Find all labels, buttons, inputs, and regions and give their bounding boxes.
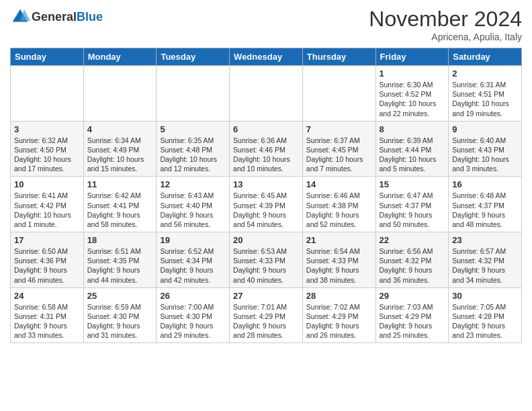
header-monday: Monday <box>83 48 157 66</box>
calendar-week-3: 10Sunrise: 6:41 AM Sunset: 4:42 PM Dayli… <box>11 177 522 232</box>
title-area: November 2024 Apricena, Apulia, Italy <box>369 7 522 42</box>
day-number: 10 <box>14 179 80 189</box>
calendar-cell: 20Sunrise: 6:53 AM Sunset: 4:33 PM Dayli… <box>230 232 303 288</box>
day-number: 20 <box>233 235 299 245</box>
header-thursday: Thursday <box>302 48 375 66</box>
calendar-cell: 15Sunrise: 6:47 AM Sunset: 4:37 PM Dayli… <box>375 177 449 232</box>
day-number: 26 <box>160 291 226 301</box>
calendar-cell: 19Sunrise: 6:52 AM Sunset: 4:34 PM Dayli… <box>157 232 230 288</box>
calendar-cell: 28Sunrise: 7:02 AM Sunset: 4:29 PM Dayli… <box>302 287 375 343</box>
day-info: Sunrise: 7:03 AM Sunset: 4:29 PM Dayligh… <box>380 302 445 340</box>
day-info: Sunrise: 7:00 AM Sunset: 4:30 PM Dayligh… <box>160 302 226 340</box>
day-info: Sunrise: 6:35 AM Sunset: 4:48 PM Dayligh… <box>160 136 226 174</box>
day-number: 21 <box>306 235 372 245</box>
day-number: 18 <box>87 235 153 245</box>
day-info: Sunrise: 6:45 AM Sunset: 4:39 PM Dayligh… <box>233 191 299 229</box>
page-container: GeneralBlue November 2024 Apricena, Apul… <box>0 0 532 350</box>
calendar-body: 1Sunrise: 6:30 AM Sunset: 4:52 PM Daylig… <box>11 66 522 343</box>
day-number: 6 <box>233 124 299 134</box>
day-number: 17 <box>14 235 80 245</box>
day-number: 23 <box>452 235 518 245</box>
day-number: 28 <box>306 291 372 301</box>
calendar-cell: 25Sunrise: 6:59 AM Sunset: 4:30 PM Dayli… <box>83 287 157 343</box>
day-number: 5 <box>160 124 226 134</box>
day-number: 8 <box>380 124 445 134</box>
header-saturday: Saturday <box>449 48 522 66</box>
header-friday: Friday <box>375 48 449 66</box>
calendar-cell: 30Sunrise: 7:05 AM Sunset: 4:28 PM Dayli… <box>449 287 522 343</box>
day-info: Sunrise: 6:48 AM Sunset: 4:37 PM Dayligh… <box>452 191 518 229</box>
day-number: 9 <box>452 124 518 134</box>
day-info: Sunrise: 6:59 AM Sunset: 4:30 PM Dayligh… <box>87 302 153 340</box>
calendar-cell: 27Sunrise: 7:01 AM Sunset: 4:29 PM Dayli… <box>230 287 303 343</box>
logo-text: GeneralBlue <box>32 10 103 24</box>
calendar-cell: 2Sunrise: 6:31 AM Sunset: 4:51 PM Daylig… <box>449 66 522 122</box>
day-info: Sunrise: 7:02 AM Sunset: 4:29 PM Dayligh… <box>306 302 372 340</box>
day-info: Sunrise: 6:52 AM Sunset: 4:34 PM Dayligh… <box>160 246 226 285</box>
day-info: Sunrise: 6:34 AM Sunset: 4:49 PM Dayligh… <box>87 136 153 174</box>
logo-icon <box>10 7 30 27</box>
calendar-cell: 10Sunrise: 6:41 AM Sunset: 4:42 PM Dayli… <box>11 177 84 232</box>
day-number: 24 <box>14 291 80 301</box>
header-wednesday: Wednesday <box>230 48 303 66</box>
calendar-cell: 6Sunrise: 6:36 AM Sunset: 4:46 PM Daylig… <box>230 121 303 177</box>
calendar-cell: 17Sunrise: 6:50 AM Sunset: 4:36 PM Dayli… <box>11 232 84 288</box>
calendar-header: Sunday Monday Tuesday Wednesday Thursday… <box>11 48 522 66</box>
calendar-cell: 9Sunrise: 6:40 AM Sunset: 4:43 PM Daylig… <box>449 121 522 177</box>
day-info: Sunrise: 6:47 AM Sunset: 4:37 PM Dayligh… <box>380 191 445 229</box>
calendar-week-5: 24Sunrise: 6:58 AM Sunset: 4:31 PM Dayli… <box>11 287 522 343</box>
day-info: Sunrise: 6:46 AM Sunset: 4:38 PM Dayligh… <box>306 191 372 229</box>
page-header: GeneralBlue November 2024 Apricena, Apul… <box>10 7 522 42</box>
calendar-cell <box>157 66 230 122</box>
calendar-week-1: 1Sunrise: 6:30 AM Sunset: 4:52 PM Daylig… <box>11 66 522 122</box>
day-number: 25 <box>87 291 153 301</box>
calendar-cell <box>11 66 84 122</box>
day-number: 19 <box>160 235 226 245</box>
calendar-cell: 14Sunrise: 6:46 AM Sunset: 4:38 PM Dayli… <box>302 177 375 232</box>
calendar-cell: 1Sunrise: 6:30 AM Sunset: 4:52 PM Daylig… <box>375 66 449 122</box>
header-sunday: Sunday <box>11 48 84 66</box>
day-info: Sunrise: 6:57 AM Sunset: 4:32 PM Dayligh… <box>452 246 518 285</box>
calendar-cell: 7Sunrise: 6:37 AM Sunset: 4:45 PM Daylig… <box>302 121 375 177</box>
calendar-cell: 26Sunrise: 7:00 AM Sunset: 4:30 PM Dayli… <box>157 287 230 343</box>
day-info: Sunrise: 6:50 AM Sunset: 4:36 PM Dayligh… <box>14 246 80 285</box>
day-info: Sunrise: 6:54 AM Sunset: 4:33 PM Dayligh… <box>306 246 372 285</box>
logo-general: General <box>32 10 77 24</box>
day-number: 12 <box>160 179 226 189</box>
day-info: Sunrise: 6:37 AM Sunset: 4:45 PM Dayligh… <box>306 136 372 174</box>
calendar-cell: 4Sunrise: 6:34 AM Sunset: 4:49 PM Daylig… <box>83 121 157 177</box>
day-number: 29 <box>380 291 445 301</box>
logo-blue: Blue <box>77 10 103 24</box>
calendar-cell <box>83 66 157 122</box>
calendar-cell <box>302 66 375 122</box>
calendar-cell: 29Sunrise: 7:03 AM Sunset: 4:29 PM Dayli… <box>375 287 449 343</box>
header-tuesday: Tuesday <box>157 48 230 66</box>
calendar-cell: 16Sunrise: 6:48 AM Sunset: 4:37 PM Dayli… <box>449 177 522 232</box>
day-info: Sunrise: 6:53 AM Sunset: 4:33 PM Dayligh… <box>233 246 299 285</box>
calendar-week-2: 3Sunrise: 6:32 AM Sunset: 4:50 PM Daylig… <box>11 121 522 177</box>
day-info: Sunrise: 7:01 AM Sunset: 4:29 PM Dayligh… <box>233 302 299 340</box>
calendar-cell: 8Sunrise: 6:39 AM Sunset: 4:44 PM Daylig… <box>375 121 449 177</box>
day-info: Sunrise: 6:41 AM Sunset: 4:42 PM Dayligh… <box>14 191 80 229</box>
day-number: 4 <box>87 124 153 134</box>
calendar-cell: 18Sunrise: 6:51 AM Sunset: 4:35 PM Dayli… <box>83 232 157 288</box>
calendar-cell: 5Sunrise: 6:35 AM Sunset: 4:48 PM Daylig… <box>157 121 230 177</box>
calendar-cell: 3Sunrise: 6:32 AM Sunset: 4:50 PM Daylig… <box>11 121 84 177</box>
calendar-cell: 24Sunrise: 6:58 AM Sunset: 4:31 PM Dayli… <box>11 287 84 343</box>
day-number: 2 <box>452 68 518 79</box>
day-number: 14 <box>306 179 372 189</box>
calendar-cell: 21Sunrise: 6:54 AM Sunset: 4:33 PM Dayli… <box>302 232 375 288</box>
header-row: Sunday Monday Tuesday Wednesday Thursday… <box>11 48 522 66</box>
day-number: 13 <box>233 179 299 189</box>
location-subtitle: Apricena, Apulia, Italy <box>369 32 522 42</box>
day-info: Sunrise: 6:32 AM Sunset: 4:50 PM Dayligh… <box>14 136 80 174</box>
day-number: 16 <box>452 179 518 189</box>
calendar-cell: 13Sunrise: 6:45 AM Sunset: 4:39 PM Dayli… <box>230 177 303 232</box>
day-number: 7 <box>306 124 372 134</box>
day-info: Sunrise: 6:56 AM Sunset: 4:32 PM Dayligh… <box>380 246 445 285</box>
day-info: Sunrise: 6:36 AM Sunset: 4:46 PM Dayligh… <box>233 136 299 174</box>
day-number: 3 <box>14 124 80 134</box>
day-number: 30 <box>452 291 518 301</box>
day-info: Sunrise: 7:05 AM Sunset: 4:28 PM Dayligh… <box>452 302 518 340</box>
day-info: Sunrise: 6:51 AM Sunset: 4:35 PM Dayligh… <box>87 246 153 285</box>
